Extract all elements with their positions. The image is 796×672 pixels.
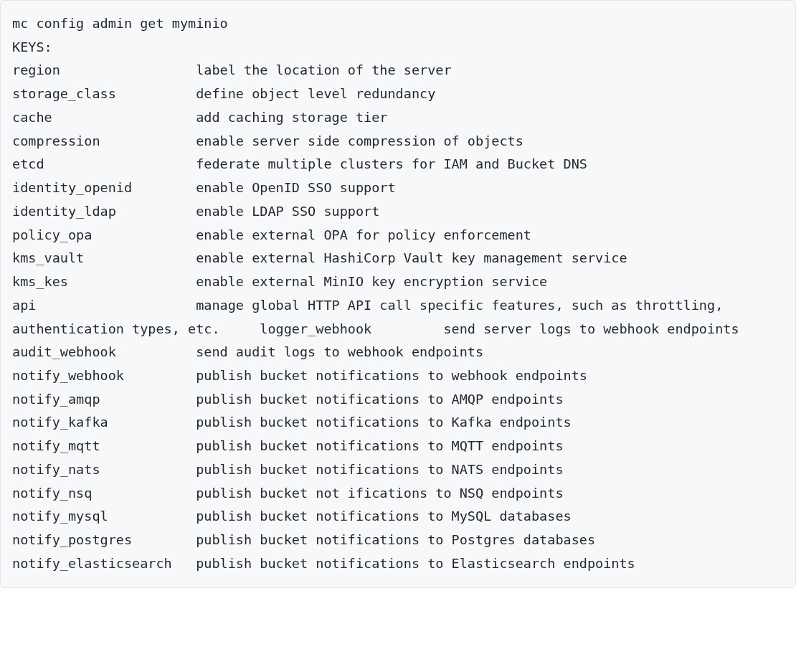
terminal-output: mc config admin get myminio KEYS: region…	[12, 16, 796, 571]
code-block: mc config admin get myminio KEYS: region…	[0, 0, 796, 588]
